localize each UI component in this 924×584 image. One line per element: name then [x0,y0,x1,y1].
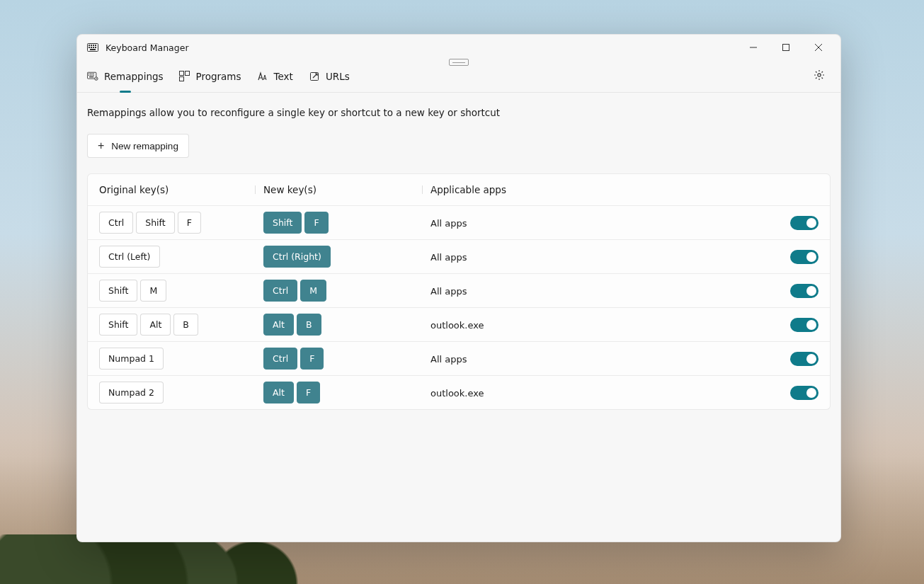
app-icon [87,42,98,53]
svg-rect-16 [90,73,91,74]
app-text: outlook.exe [430,388,484,399]
tab-bar: Remappings Programs Text URLs [77,60,840,93]
svg-rect-1 [89,45,90,46]
table-row[interactable]: ShiftMCtrlMAll apps [88,273,830,307]
applicable-apps-cell: All apps [430,250,776,263]
app-text: All apps [430,354,467,365]
enable-toggle[interactable] [790,318,819,332]
window-title: Keyboard Manager [105,42,189,53]
keycap: B [297,314,321,336]
tab-remappings[interactable]: Remappings [87,60,164,92]
keycap: F [297,382,320,403]
new-remapping-button[interactable]: + New remapping [87,134,189,158]
toggle-cell [776,352,819,366]
svg-rect-26 [185,71,189,75]
tab-label: Text [274,71,293,82]
svg-rect-2 [91,45,92,46]
applicable-apps-cell: All apps [430,216,776,229]
keycap: Alt [263,382,294,403]
table-row[interactable]: CtrlShiftFShiftFAll apps [88,205,830,239]
keycap: Numpad 1 [99,348,164,370]
svg-rect-18 [93,73,93,74]
app-text: All apps [430,252,467,263]
svg-rect-23 [89,76,93,77]
keycap: Ctrl [99,212,133,234]
text-icon [257,71,268,82]
keycap: Ctrl [263,348,297,370]
applicable-apps-cell: All apps [430,352,776,365]
app-window: Keyboard Manager Remappings Programs [76,34,841,542]
svg-rect-3 [93,45,94,46]
keycap: Ctrl (Right) [263,246,331,268]
keycap: Shift [136,212,174,234]
enable-toggle[interactable] [790,216,819,230]
enable-toggle[interactable] [790,386,819,400]
tab-programs[interactable]: Programs [179,60,241,92]
plus-icon: + [98,140,104,151]
tab-label: URLs [326,71,350,82]
tab-label: Programs [196,71,241,82]
app-text: All apps [430,218,467,229]
svg-rect-11 [783,45,789,51]
settings-button[interactable] [808,65,831,88]
svg-rect-5 [89,47,90,48]
svg-rect-27 [179,76,183,81]
table-row[interactable]: Numpad 2AltFoutlook.exe [88,375,830,409]
new-keys-cell: AltF [263,382,430,403]
svg-rect-9 [90,49,96,50]
toggle-cell [776,216,819,230]
link-icon [309,71,320,82]
svg-rect-20 [90,74,91,75]
original-keys-cell: ShiftM [99,280,263,302]
svg-point-24 [95,76,98,79]
keycap: B [173,314,198,336]
keyboard-icon [87,71,98,82]
minimize-button[interactable] [737,36,770,59]
maximize-button[interactable] [770,36,802,59]
svg-rect-21 [91,74,92,75]
keycap: Shift [99,280,137,302]
toggle-cell [776,318,819,332]
tab-text[interactable]: Text [257,60,293,92]
svg-rect-22 [93,74,93,75]
svg-rect-25 [179,71,183,75]
keycap: F [300,348,324,370]
keycap: Ctrl [263,280,297,302]
programs-icon [179,71,190,82]
close-button[interactable] [802,36,835,59]
table-row[interactable]: Ctrl (Left)Ctrl (Right)All apps [88,239,830,273]
keycap: Shift [99,314,137,336]
tab-label: Remappings [104,71,164,82]
enable-toggle[interactable] [790,250,819,264]
applicable-apps-cell: outlook.exe [430,318,776,331]
original-keys-cell: Numpad 1 [99,348,263,370]
column-original: Original key(s) [99,184,263,195]
keycap: Numpad 2 [99,382,164,403]
remappings-table: Original key(s) New key(s) Applicable ap… [87,173,831,410]
column-new: New key(s) [263,184,430,195]
app-text: All apps [430,286,467,297]
svg-rect-8 [95,47,96,48]
toggle-cell [776,386,819,400]
keycap: M [140,280,166,302]
table-row[interactable]: Numpad 1CtrlFAll apps [88,341,830,375]
enable-toggle[interactable] [790,352,819,366]
page-description: Remappings allow you to reconfigure a si… [87,107,831,118]
original-keys-cell: ShiftAltB [99,314,263,336]
titlebar: Keyboard Manager [77,35,840,60]
table-row[interactable]: ShiftAltBAltBoutlook.exe [88,307,830,341]
gear-icon [814,69,825,84]
new-keys-cell: CtrlF [263,348,430,370]
svg-rect-7 [93,47,94,48]
svg-rect-4 [95,45,96,46]
keycap: F [178,212,201,234]
applicable-apps-cell: outlook.exe [430,386,776,399]
svg-rect-15 [89,73,89,74]
app-text: outlook.exe [430,320,484,331]
svg-point-29 [818,73,821,76]
toggle-cell [776,250,819,264]
svg-rect-19 [89,74,89,75]
tab-urls[interactable]: URLs [309,60,350,92]
toggle-cell [776,284,819,298]
enable-toggle[interactable] [790,284,819,298]
